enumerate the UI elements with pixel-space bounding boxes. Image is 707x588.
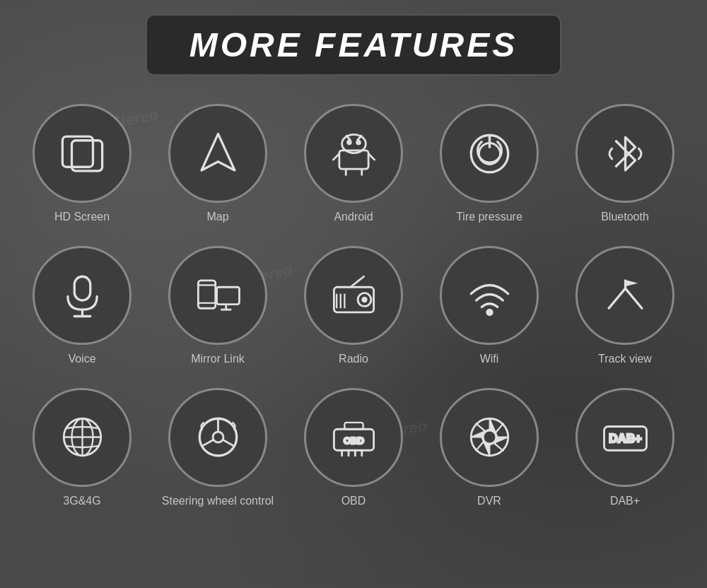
- feature-track-view: Track view: [557, 239, 693, 374]
- wifi-icon: [463, 269, 516, 322]
- svg-point-42: [213, 432, 223, 442]
- feature-tire-pressure: Tire pressure: [421, 97, 557, 232]
- feature-android: Android: [286, 97, 421, 232]
- svg-line-33: [609, 288, 625, 308]
- map-icon-circle: [168, 104, 267, 203]
- svg-line-45: [201, 440, 214, 446]
- mirror-link-icon: [192, 269, 245, 322]
- mirror-link-label: Mirror Link: [191, 352, 245, 367]
- title-box: MORE FEATURES: [146, 14, 561, 76]
- 3g4g-label: 3G&4G: [63, 494, 100, 509]
- hd-screen-icon-circle: [33, 104, 132, 203]
- steering-wheel-icon-circle: [168, 388, 267, 487]
- tire-pressure-label: Tire pressure: [456, 210, 522, 225]
- feature-obd: OBD OBD: [286, 381, 421, 516]
- map-label: Map: [206, 210, 228, 225]
- feature-dab: DAB+ DAB+: [557, 381, 693, 516]
- track-view-icon: [599, 269, 652, 322]
- 3g4g-icon-circle: [33, 388, 132, 487]
- 3g4g-icon: [56, 411, 109, 464]
- android-icon-circle: [304, 104, 403, 203]
- obd-icon-circle: OBD: [304, 388, 403, 487]
- svg-text:OBD: OBD: [343, 435, 363, 446]
- bluetooth-icon: [599, 127, 652, 180]
- feature-mirror-link: Mirror Link: [150, 239, 286, 374]
- bluetooth-label: Bluetooth: [601, 210, 649, 225]
- svg-rect-22: [216, 288, 239, 305]
- svg-text:DAB+: DAB+: [609, 432, 642, 445]
- voice-icon-circle: [33, 246, 132, 345]
- hd-screen-icon: [56, 127, 109, 180]
- radio-icon-circle: [304, 246, 403, 345]
- steering-wheel-label: Steering wheel control: [162, 494, 274, 509]
- map-icon: [192, 127, 245, 180]
- feature-wifi: Wifi: [421, 239, 557, 374]
- wifi-label: Wifi: [480, 352, 499, 367]
- feature-hd-screen: HD Screen: [14, 97, 150, 232]
- svg-marker-36: [625, 281, 635, 286]
- voice-icon: [56, 269, 109, 322]
- svg-marker-2: [201, 134, 235, 170]
- svg-point-30: [362, 298, 366, 302]
- voice-label: Voice: [68, 352, 95, 367]
- mirror-link-icon-circle: [168, 246, 267, 345]
- radio-label: Radio: [339, 352, 368, 367]
- page-wrapper: Auto Stereo Auto Stereo Auto Stereo MORE…: [0, 0, 707, 588]
- dvr-icon-circle: [440, 388, 539, 487]
- dvr-label: DVR: [477, 494, 501, 509]
- track-view-label: Track view: [598, 352, 652, 367]
- svg-line-31: [350, 277, 363, 288]
- dab-icon: DAB+: [599, 411, 652, 464]
- wifi-icon-circle: [440, 246, 539, 345]
- radio-icon: [327, 269, 380, 322]
- dab-icon-circle: DAB+: [575, 388, 674, 487]
- svg-line-34: [625, 288, 641, 308]
- tire-pressure-icon: [463, 127, 516, 180]
- obd-label: OBD: [341, 494, 366, 509]
- svg-point-5: [347, 141, 351, 144]
- android-icon: [327, 127, 380, 180]
- steering-wheel-icon: [192, 411, 245, 464]
- dab-label: DAB+: [610, 494, 640, 509]
- obd-icon: OBD: [327, 411, 380, 464]
- svg-line-44: [223, 440, 235, 446]
- feature-map: Map: [150, 97, 286, 232]
- features-grid: HD Screen Map: [14, 97, 693, 515]
- dvr-icon: [463, 411, 516, 464]
- android-label: Android: [334, 210, 373, 225]
- feature-3g4g: 3G&4G: [14, 381, 150, 516]
- feature-radio: Radio: [286, 239, 421, 374]
- track-view-icon-circle: [575, 246, 674, 345]
- feature-steering-wheel: Steering wheel control: [150, 381, 286, 516]
- feature-bluetooth: Bluetooth: [557, 97, 693, 232]
- feature-dvr: DVR: [421, 381, 557, 516]
- hd-screen-label: HD Screen: [54, 210, 110, 225]
- feature-voice: Voice: [14, 239, 150, 374]
- bluetooth-icon-circle: [575, 104, 674, 203]
- tire-pressure-icon-circle: [440, 104, 539, 203]
- svg-rect-16: [74, 277, 90, 301]
- page-title: MORE FEATURES: [189, 25, 518, 64]
- svg-point-6: [356, 141, 360, 144]
- svg-point-32: [486, 310, 492, 315]
